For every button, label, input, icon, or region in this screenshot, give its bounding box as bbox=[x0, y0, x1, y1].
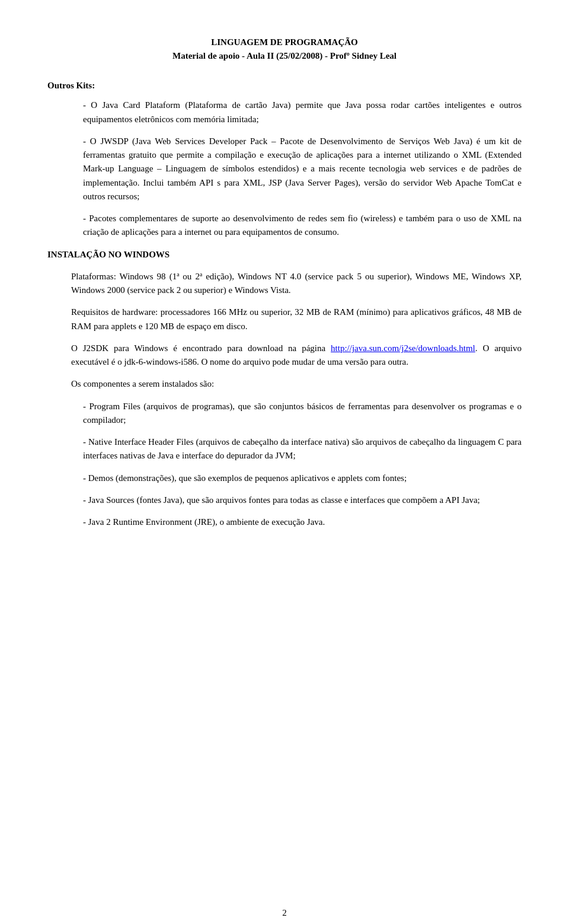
java-sources-paragraph: - Java Sources (fontes Java), que são ar… bbox=[83, 493, 522, 507]
pacotes-text: - Pacotes complementares de suporte ao d… bbox=[83, 214, 522, 237]
header-title-line2: Material de apoio - Aula II (25/02/2008)… bbox=[47, 49, 522, 63]
java2-runtime-paragraph: - Java 2 Runtime Environment (JRE), o am… bbox=[83, 515, 522, 529]
j2sdk-link[interactable]: http://java.sun.com/j2se/downloads.html bbox=[331, 343, 475, 353]
main-content: Outros Kits: - O Java Card Plataform (Pl… bbox=[47, 79, 522, 529]
plataformas-text: Plataformas: Windows 98 (1ª ou 2ª edição… bbox=[71, 272, 522, 295]
instalacao-heading: INSTALAÇÃO NO WINDOWS bbox=[47, 248, 522, 262]
j2sdk-paragraph: O J2SDK para Windows é encontrado para d… bbox=[71, 342, 522, 369]
pacotes-paragraph: - Pacotes complementares de suporte ao d… bbox=[83, 212, 522, 240]
java2-runtime-text: - Java 2 Runtime Environment (JRE), o am… bbox=[83, 517, 325, 527]
native-interface-paragraph: - Native Interface Header Files (arquivo… bbox=[83, 435, 522, 463]
program-files-paragraph: - Program Files (arquivos de programas),… bbox=[83, 400, 522, 428]
program-files-text: - Program Files (arquivos de programas),… bbox=[83, 402, 522, 425]
requisitos-text: Requisitos de hardware: processadores 16… bbox=[71, 307, 522, 330]
java-sources-text: - Java Sources (fontes Java), que são ar… bbox=[83, 495, 480, 505]
componentes-intro-text: Os componentes a serem instalados são: bbox=[71, 379, 214, 388]
demos-paragraph: - Demos (demonstrações), que são exemplo… bbox=[83, 471, 522, 485]
plataformas-paragraph: Plataformas: Windows 98 (1ª ou 2ª edição… bbox=[71, 270, 522, 298]
java-card-paragraph: - O Java Card Plataform (Plataforma de c… bbox=[83, 98, 522, 126]
header-title-line1: LINGUAGEM DE PROGRAMAÇÃO bbox=[47, 36, 522, 49]
requisitos-paragraph: Requisitos de hardware: processadores 16… bbox=[71, 305, 522, 333]
j2sdk-text-part1: O J2SDK para Windows é encontrado para d… bbox=[71, 343, 331, 353]
jwsdp-paragraph: - O JWSDP (Java Web Services Developer P… bbox=[83, 135, 522, 203]
page: LINGUAGEM DE PROGRAMAÇÃO Material de apo… bbox=[0, 12, 569, 924]
page-number: 2 bbox=[0, 908, 569, 918]
jwsdp-text: - O JWSDP (Java Web Services Developer P… bbox=[83, 136, 522, 201]
java-card-text: - O Java Card Plataform (Plataforma de c… bbox=[83, 100, 522, 123]
page-header: LINGUAGEM DE PROGRAMAÇÃO Material de apo… bbox=[47, 36, 522, 62]
componentes-intro-paragraph: Os componentes a serem instalados são: bbox=[71, 377, 522, 391]
outros-kits-label: Outros Kits: bbox=[47, 79, 522, 93]
demos-text: - Demos (demonstrações), que são exemplo… bbox=[83, 473, 407, 483]
native-interface-text: - Native Interface Header Files (arquivo… bbox=[83, 437, 522, 460]
